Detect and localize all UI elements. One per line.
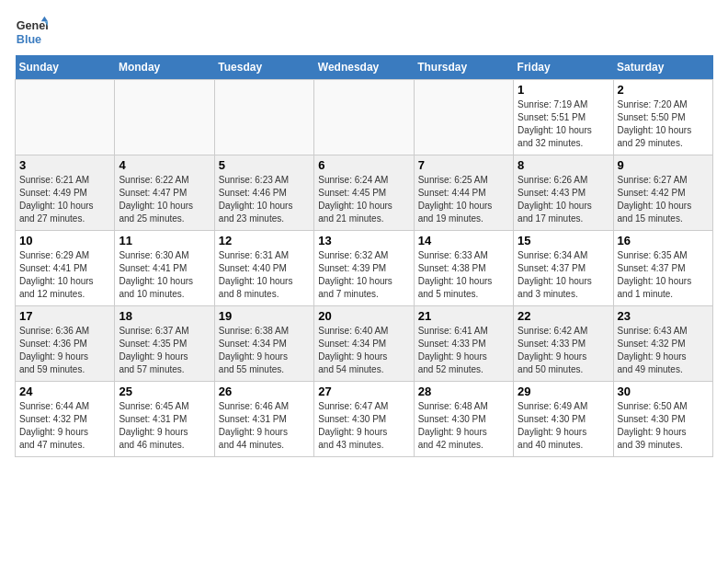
calendar-cell: 16Sunrise: 6:35 AM Sunset: 4:37 PM Dayli…	[613, 231, 712, 306]
calendar-cell: 21Sunrise: 6:41 AM Sunset: 4:33 PM Dayli…	[414, 306, 513, 382]
day-number: 16	[618, 234, 709, 247]
day-number: 15	[518, 234, 609, 247]
calendar-cell: 10Sunrise: 6:29 AM Sunset: 4:41 PM Dayli…	[16, 231, 115, 306]
calendar-cell: 1Sunrise: 7:19 AM Sunset: 5:51 PM Daylig…	[514, 80, 613, 155]
day-number: 9	[618, 158, 709, 172]
calendar-cell: 27Sunrise: 6:47 AM Sunset: 4:30 PM Dayli…	[314, 382, 414, 457]
calendar-cell: 15Sunrise: 6:34 AM Sunset: 4:37 PM Dayli…	[514, 231, 613, 306]
day-info: Sunrise: 6:32 AM Sunset: 4:39 PM Dayligh…	[318, 249, 409, 301]
calendar-cell: 25Sunrise: 6:45 AM Sunset: 4:31 PM Dayli…	[115, 382, 214, 457]
day-number: 3	[19, 158, 110, 172]
day-number: 17	[19, 309, 110, 323]
day-info: Sunrise: 6:34 AM Sunset: 4:37 PM Dayligh…	[518, 249, 609, 301]
day-number: 11	[119, 234, 210, 247]
calendar-cell: 12Sunrise: 6:31 AM Sunset: 4:40 PM Dayli…	[214, 231, 313, 306]
calendar-cell	[214, 80, 313, 155]
calendar-cell: 17Sunrise: 6:36 AM Sunset: 4:36 PM Dayli…	[16, 306, 115, 382]
day-info: Sunrise: 6:44 AM Sunset: 4:32 PM Dayligh…	[19, 400, 110, 452]
weekday-header-saturday: Saturday	[613, 55, 712, 80]
calendar-cell: 28Sunrise: 6:48 AM Sunset: 4:30 PM Dayli…	[414, 382, 513, 457]
day-number: 4	[119, 158, 210, 172]
day-info: Sunrise: 6:38 AM Sunset: 4:34 PM Dayligh…	[219, 325, 310, 376]
day-info: Sunrise: 6:23 AM Sunset: 4:46 PM Dayligh…	[219, 174, 310, 225]
weekday-header-sunday: Sunday	[16, 55, 115, 80]
calendar-cell: 7Sunrise: 6:25 AM Sunset: 4:44 PM Daylig…	[414, 155, 513, 231]
day-info: Sunrise: 6:45 AM Sunset: 4:31 PM Dayligh…	[119, 400, 210, 452]
weekday-header-row: SundayMondayTuesdayWednesdayThursdayFrid…	[16, 55, 713, 80]
day-number: 5	[219, 158, 310, 172]
calendar-cell: 6Sunrise: 6:24 AM Sunset: 4:45 PM Daylig…	[314, 155, 414, 231]
calendar-cell: 4Sunrise: 6:22 AM Sunset: 4:47 PM Daylig…	[115, 155, 214, 231]
day-number: 22	[518, 309, 609, 323]
day-info: Sunrise: 6:35 AM Sunset: 4:37 PM Dayligh…	[618, 249, 709, 301]
calendar-cell: 11Sunrise: 6:30 AM Sunset: 4:41 PM Dayli…	[115, 231, 214, 306]
day-info: Sunrise: 6:29 AM Sunset: 4:41 PM Dayligh…	[19, 249, 110, 301]
calendar-cell: 9Sunrise: 6:27 AM Sunset: 4:42 PM Daylig…	[613, 155, 712, 231]
day-info: Sunrise: 7:19 AM Sunset: 5:51 PM Dayligh…	[518, 98, 609, 150]
calendar-cell	[414, 80, 513, 155]
day-number: 28	[418, 385, 509, 398]
calendar-body: 1Sunrise: 7:19 AM Sunset: 5:51 PM Daylig…	[16, 80, 713, 457]
day-info: Sunrise: 6:42 AM Sunset: 4:33 PM Dayligh…	[518, 325, 609, 376]
calendar-cell: 2Sunrise: 7:20 AM Sunset: 5:50 PM Daylig…	[613, 80, 712, 155]
calendar-cell: 18Sunrise: 6:37 AM Sunset: 4:35 PM Dayli…	[115, 306, 214, 382]
calendar-cell: 24Sunrise: 6:44 AM Sunset: 4:32 PM Dayli…	[16, 382, 115, 457]
header: General Blue	[15, 15, 713, 48]
weekday-header-friday: Friday	[514, 55, 613, 80]
day-info: Sunrise: 6:41 AM Sunset: 4:33 PM Dayligh…	[418, 325, 509, 376]
calendar-cell: 29Sunrise: 6:49 AM Sunset: 4:30 PM Dayli…	[514, 382, 613, 457]
day-info: Sunrise: 6:50 AM Sunset: 4:30 PM Dayligh…	[618, 400, 709, 452]
day-info: Sunrise: 6:49 AM Sunset: 4:30 PM Dayligh…	[518, 400, 609, 452]
calendar-cell: 26Sunrise: 6:46 AM Sunset: 4:31 PM Dayli…	[214, 382, 313, 457]
calendar-cell: 14Sunrise: 6:33 AM Sunset: 4:38 PM Dayli…	[414, 231, 513, 306]
day-number: 26	[219, 385, 310, 398]
calendar-week-5: 24Sunrise: 6:44 AM Sunset: 4:32 PM Dayli…	[16, 382, 713, 457]
svg-text:General: General	[17, 19, 48, 32]
day-info: Sunrise: 6:26 AM Sunset: 4:43 PM Dayligh…	[518, 174, 609, 225]
calendar-week-1: 1Sunrise: 7:19 AM Sunset: 5:51 PM Daylig…	[16, 80, 713, 155]
day-number: 27	[318, 385, 409, 398]
day-info: Sunrise: 7:20 AM Sunset: 5:50 PM Dayligh…	[618, 98, 709, 150]
day-number: 2	[618, 83, 709, 97]
day-number: 13	[318, 234, 409, 247]
day-number: 24	[19, 385, 110, 398]
day-info: Sunrise: 6:25 AM Sunset: 4:44 PM Dayligh…	[418, 174, 509, 225]
day-info: Sunrise: 6:46 AM Sunset: 4:31 PM Dayligh…	[219, 400, 310, 452]
calendar-cell: 3Sunrise: 6:21 AM Sunset: 4:49 PM Daylig…	[16, 155, 115, 231]
day-number: 14	[418, 234, 509, 247]
calendar-cell	[115, 80, 214, 155]
calendar-cell: 19Sunrise: 6:38 AM Sunset: 4:34 PM Dayli…	[214, 306, 313, 382]
weekday-header-thursday: Thursday	[414, 55, 513, 80]
day-info: Sunrise: 6:31 AM Sunset: 4:40 PM Dayligh…	[219, 249, 310, 301]
day-number: 29	[518, 385, 609, 398]
day-number: 10	[19, 234, 110, 247]
logo: General Blue	[15, 15, 48, 48]
calendar-cell: 20Sunrise: 6:40 AM Sunset: 4:34 PM Dayli…	[314, 306, 414, 382]
logo-icon: General Blue	[15, 15, 48, 48]
calendar-week-2: 3Sunrise: 6:21 AM Sunset: 4:49 PM Daylig…	[16, 155, 713, 231]
day-number: 21	[418, 309, 509, 323]
day-info: Sunrise: 6:43 AM Sunset: 4:32 PM Dayligh…	[618, 325, 709, 376]
day-number: 8	[518, 158, 609, 172]
day-info: Sunrise: 6:47 AM Sunset: 4:30 PM Dayligh…	[318, 400, 409, 452]
calendar-cell: 13Sunrise: 6:32 AM Sunset: 4:39 PM Dayli…	[314, 231, 414, 306]
day-number: 1	[518, 83, 609, 97]
day-info: Sunrise: 6:30 AM Sunset: 4:41 PM Dayligh…	[119, 249, 210, 301]
day-number: 19	[219, 309, 310, 323]
calendar-week-3: 10Sunrise: 6:29 AM Sunset: 4:41 PM Dayli…	[16, 231, 713, 306]
weekday-header-tuesday: Tuesday	[214, 55, 313, 80]
day-number: 7	[418, 158, 509, 172]
weekday-header-wednesday: Wednesday	[314, 55, 414, 80]
svg-text:Blue: Blue	[17, 33, 41, 46]
calendar-week-4: 17Sunrise: 6:36 AM Sunset: 4:36 PM Dayli…	[16, 306, 713, 382]
day-info: Sunrise: 6:33 AM Sunset: 4:38 PM Dayligh…	[418, 249, 509, 301]
day-info: Sunrise: 6:21 AM Sunset: 4:49 PM Dayligh…	[19, 174, 110, 225]
calendar-cell: 8Sunrise: 6:26 AM Sunset: 4:43 PM Daylig…	[514, 155, 613, 231]
calendar-cell	[314, 80, 414, 155]
day-info: Sunrise: 6:24 AM Sunset: 4:45 PM Dayligh…	[318, 174, 409, 225]
day-number: 18	[119, 309, 210, 323]
calendar-cell: 30Sunrise: 6:50 AM Sunset: 4:30 PM Dayli…	[613, 382, 712, 457]
weekday-header-monday: Monday	[115, 55, 214, 80]
calendar-table: SundayMondayTuesdayWednesdayThursdayFrid…	[15, 55, 713, 457]
calendar-cell	[16, 80, 115, 155]
